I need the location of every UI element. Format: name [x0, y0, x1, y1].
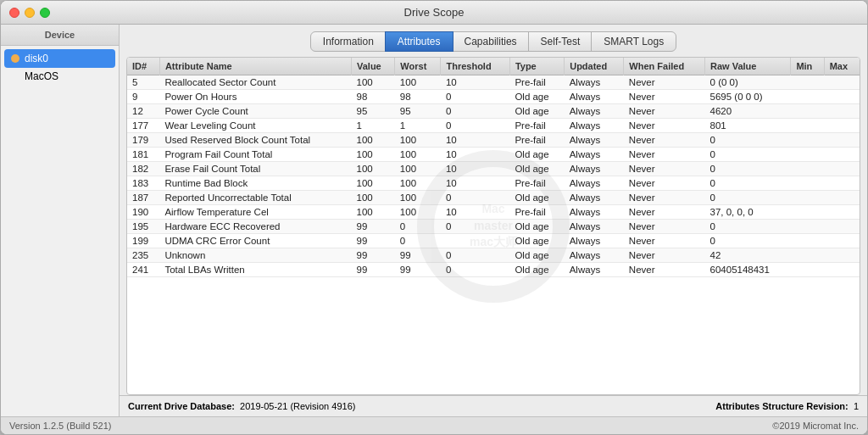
sidebar-item-disk0-label: disk0 [25, 53, 48, 64]
table-row: 190Airflow Temperature Cel10010010Pre-fa… [127, 205, 860, 220]
window-title: Drive Scope [404, 6, 465, 19]
tab-information[interactable]: Information [310, 31, 387, 52]
sidebar-item-macos[interactable]: MacOS [4, 68, 115, 85]
tab-self-test[interactable]: Self-Test [528, 31, 593, 52]
revision-value: 1 [854, 401, 859, 411]
sidebar-items: disk0 MacOS [1, 46, 119, 235]
disk-status-icon [11, 54, 19, 63]
attributes-table-container: Macmastermac大师 ID# Attribute Name Value … [126, 57, 860, 395]
close-button[interactable] [9, 8, 19, 18]
revision-label: Attributes Structure Revision: [715, 401, 848, 411]
right-panel: Information Attributes Capabilities Self… [120, 25, 867, 416]
table-row: 183Runtime Bad Block10010010Pre-failAlwa… [127, 176, 860, 191]
table-row: 199UDMA CRC Error Count990Old ageAlwaysN… [127, 234, 860, 248]
col-header-type: Type [509, 58, 564, 75]
copyright-label: ©2019 Micromat Inc. [772, 421, 859, 431]
col-header-threshold: Threshold [441, 58, 509, 75]
col-header-min: Min [791, 58, 824, 75]
titlebar: Drive Scope [1, 1, 867, 25]
sidebar-header: Device [1, 25, 119, 46]
db-label: Current Drive Database: [128, 401, 235, 411]
col-header-worst: Worst [395, 58, 441, 75]
main-content: Device disk0 MacOS Information Attribute… [1, 25, 867, 416]
table-row: 241Total LBAs Written99990Old ageAlwaysN… [127, 263, 860, 277]
table-row: 235Unknown99990Old ageAlwaysNever42 [127, 248, 860, 263]
col-header-max: Max [824, 58, 860, 75]
db-date: 2019-05-21 (Revision 4916) [240, 401, 355, 411]
table-row: 182Erase Fail Count Total10010010Old age… [127, 162, 860, 176]
col-header-updated: Updated [565, 58, 624, 75]
table-row: 187Reported Uncorrectable Total1001000Ol… [127, 191, 860, 205]
table-scroll[interactable]: ID# Attribute Name Value Worst Threshold… [127, 58, 860, 394]
col-header-when-failed: When Failed [624, 58, 705, 75]
tab-attributes[interactable]: Attributes [385, 31, 453, 52]
sidebar-item-macos-label: MacOS [25, 70, 58, 82]
table-row: 195Hardware ECC Recovered9900Old ageAlwa… [127, 220, 860, 234]
traffic-lights [9, 8, 50, 18]
db-info: Current Drive Database: 2019-05-21 (Revi… [128, 401, 355, 411]
table-row: 179Used Reserved Block Count Total100100… [127, 133, 860, 148]
footer: Current Drive Database: 2019-05-21 (Revi… [120, 395, 867, 416]
maximize-button[interactable] [40, 8, 50, 18]
version-label: Version 1.2.5 (Build 521) [9, 421, 111, 431]
table-row: 177Wear Leveling Count110Pre-failAlwaysN… [127, 119, 860, 133]
col-header-name: Attribute Name [159, 58, 351, 75]
tab-smart-logs[interactable]: SMART Logs [591, 31, 676, 52]
sidebar-item-disk0[interactable]: disk0 [4, 49, 115, 68]
minimize-button[interactable] [25, 8, 35, 18]
table-row: 12Power Cycle Count95950Old ageAlwaysNev… [127, 104, 860, 119]
col-header-raw: Raw Value [705, 58, 791, 75]
col-header-id: ID# [127, 58, 159, 75]
table-header-row: ID# Attribute Name Value Worst Threshold… [127, 58, 860, 75]
statusbar: Version 1.2.5 (Build 521) ©2019 Micromat… [1, 416, 867, 434]
table-row: 5Reallocated Sector Count10010010Pre-fai… [127, 75, 860, 90]
app-window: Drive Scope Device disk0 MacOS Informati… [0, 0, 868, 435]
revision-info: Attributes Structure Revision: 1 [715, 401, 859, 411]
tabs-bar: Information Attributes Capabilities Self… [120, 25, 867, 52]
col-header-value: Value [351, 58, 394, 75]
attributes-table: ID# Attribute Name Value Worst Threshold… [127, 58, 860, 277]
table-row: 9Power On Hours98980Old ageAlwaysNever56… [127, 90, 860, 104]
tab-capabilities[interactable]: Capabilities [452, 31, 530, 52]
sidebar: Device disk0 MacOS [1, 25, 120, 416]
table-row: 181Program Fail Count Total10010010Old a… [127, 148, 860, 162]
